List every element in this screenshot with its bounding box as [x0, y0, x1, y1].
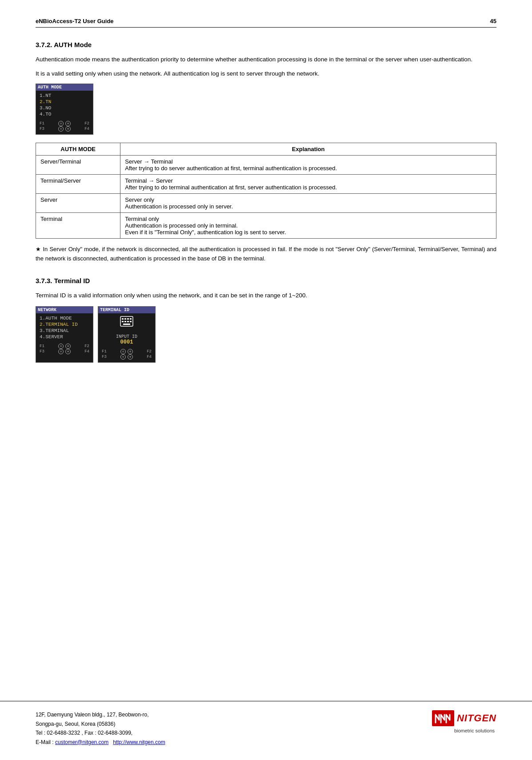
svg-rect-1: [122, 318, 124, 320]
biometric-tagline: biometric solutions: [454, 728, 495, 733]
network-device: NETWORK 1.AUTH MODE 2.TERMINAL ID 3.TERM…: [36, 306, 93, 363]
explanation-terminal: Terminal only Authentication is processe…: [120, 213, 496, 239]
nitgen-brand-name: NITGEN: [457, 712, 496, 724]
svg-rect-7: [127, 321, 129, 322]
page-footer: 12F, Daemyung Valeon bldg., 127, Beobwon…: [0, 701, 532, 760]
fn1-label: F1: [40, 121, 44, 126]
mode-server-terminal: Server/Terminal: [36, 156, 120, 175]
table-row: Server Server only Authentication is pro…: [36, 194, 496, 213]
network-fn-icons-1: ⊙ ⊕: [58, 344, 71, 349]
section-auth-mode: 3.7.2. AUTH Mode Authentication mode mea…: [36, 41, 496, 264]
network-fn2: F2: [84, 344, 89, 348]
fn-circle-enter: ⊕: [65, 126, 71, 132]
auth-mode-paragraph2: It is a valid setting only when using th…: [36, 69, 496, 79]
svg-rect-9: [123, 324, 130, 325]
network-fn-row-1: F1 ⊙ ⊕ F2: [40, 344, 89, 349]
input-id-label: INPUT ID: [102, 334, 152, 339]
tid-fn1: F1: [102, 349, 107, 354]
network-menu-auth: 1.AUTH MODE: [40, 315, 89, 321]
fn-circle-up: ⊙: [58, 121, 64, 126]
explanation-terminal-server: Terminal → Server After trying to do ter…: [120, 175, 496, 194]
address-line2: Songpa-gu, Seoul, Korea (05836): [36, 720, 165, 728]
nitgen-text: NITGEN: [457, 712, 496, 724]
svg-rect-5: [122, 321, 124, 322]
fn-enter-circle: ⊕: [65, 349, 71, 354]
tid-fn-plus: ⊕: [128, 349, 133, 354]
auth-mode-table: AUTH MODE Explanation Server/Terminal Se…: [36, 143, 496, 239]
terminal-id-title-bar: TERMINAL ID: [98, 307, 155, 313]
footer-email-link[interactable]: customer@nitgen.com: [55, 739, 108, 745]
terminal-id-device: TERMINAL ID: [98, 306, 156, 363]
nitgen-logo: NITGEN: [432, 710, 496, 726]
tid-fn4: F4: [147, 355, 152, 359]
star-note: ★ In Server Only" mode, if the network i…: [36, 245, 496, 264]
network-menu-terminal-id: 2.TERMINAL ID: [40, 321, 89, 328]
terminal-id-icon: [102, 316, 152, 332]
fn-plus-circle: ⊕: [65, 344, 71, 349]
table-header-mode: AUTH MODE: [36, 143, 120, 156]
network-device-title: NETWORK: [36, 307, 93, 313]
fn-row-1: F1 ⊙ ⊕ F2: [40, 121, 89, 126]
tid-fn-icons-2: ⊙ ⊕: [120, 354, 133, 360]
auth-mode-device: AUTH MODE 1.NT 2.TN 3.NO 4.TO F1 ⊙ ⊕ F2 …: [36, 84, 93, 135]
tid-fn-down: ⊙: [120, 354, 126, 360]
network-menu-server: 4.SERVER: [40, 334, 89, 340]
menu-item-3no: 3.NO: [40, 105, 89, 111]
device-title-bar: AUTH MODE: [36, 84, 93, 91]
menu-item-4to: 4.TO: [40, 111, 89, 117]
mode-terminal: Terminal: [36, 213, 120, 239]
network-fn1: F1: [40, 344, 44, 348]
table-row: Server/Terminal Server → Terminal After …: [36, 156, 496, 175]
footer-website-link[interactable]: http://www.nitgen.com: [113, 739, 165, 745]
fn-down-circle: ⊙: [58, 349, 64, 354]
header-title: eNBioAccess-T2 User Guide: [36, 18, 114, 24]
footer-address: 12F, Daemyung Valeon bldg., 127, Beobwon…: [36, 710, 165, 747]
svg-rect-4: [130, 318, 132, 320]
tid-fn-up: ⊙: [120, 349, 126, 354]
network-fn4: F4: [84, 349, 89, 354]
table-row: Terminal Terminal only Authentication is…: [36, 213, 496, 239]
network-fn-row-2: F3 ⊙ ⊕ F4: [40, 349, 89, 354]
email-label: E-Mail :: [36, 739, 54, 745]
fn-circle-plus: ⊕: [65, 121, 71, 126]
tid-fn-row-1: F1 ⊙ ⊕ F2: [102, 349, 152, 354]
mode-terminal-server: Terminal/Server: [36, 175, 120, 194]
svg-rect-2: [124, 318, 126, 320]
table-row: Terminal/Server Terminal → Server After …: [36, 175, 496, 194]
footer-logo-area: NITGEN biometric solutions: [432, 710, 496, 733]
tid-fn2: F2: [147, 349, 152, 354]
mode-server: Server: [36, 194, 120, 213]
table-header-explanation: Explanation: [120, 143, 496, 156]
fn3-label: F3: [40, 127, 44, 131]
menu-item-2tn: 2.TN: [40, 99, 89, 105]
svg-rect-3: [127, 318, 129, 320]
tid-fn-icons-1: ⊙ ⊕: [120, 349, 133, 354]
fn-icons-row1: ⊙ ⊕: [58, 121, 71, 126]
tid-fn-row-2: F3 ⊙ ⊕ F4: [102, 354, 152, 360]
tid-fn3: F3: [102, 355, 107, 359]
network-menu-terminal: 3.TERMINAL: [40, 328, 89, 334]
tid-fn-enter: ⊕: [128, 354, 133, 360]
footer-email-line: E-Mail : customer@nitgen.com http://www.…: [36, 738, 165, 747]
fn4-label: F4: [84, 127, 89, 131]
fn-up-circle: ⊙: [58, 344, 64, 349]
menu-item-1nt: 1.NT: [40, 92, 89, 99]
network-fn3: F3: [40, 349, 44, 354]
page-header: eNBioAccess-T2 User Guide 45: [36, 18, 496, 28]
section-title-terminal-id: 3.7.3. Terminal ID: [36, 277, 496, 284]
fn-circle-down: ⊙: [58, 126, 64, 132]
svg-rect-8: [130, 321, 132, 322]
footer-tel: Tel : 02-6488-3232 , Fax : 02-6488-3099,: [36, 728, 165, 737]
nitgen-logo-icon: [432, 710, 454, 726]
section-terminal-id: 3.7.3. Terminal ID Terminal ID is a vali…: [36, 277, 496, 363]
auth-mode-paragraph1: Authentication mode means the authentica…: [36, 55, 496, 64]
terminal-id-paragraph: Terminal ID is a valid information only …: [36, 291, 496, 300]
explanation-server: Server only Authentication is processed …: [120, 194, 496, 213]
input-id-value: 0001: [102, 339, 152, 345]
svg-rect-6: [124, 321, 126, 322]
address-line1: 12F, Daemyung Valeon bldg., 127, Beobwon…: [36, 710, 165, 719]
network-fn-icons-2: ⊙ ⊕: [58, 349, 71, 354]
fn-icons-row2: ⊙ ⊕: [58, 126, 71, 132]
network-screens: NETWORK 1.AUTH MODE 2.TERMINAL ID 3.TERM…: [36, 306, 496, 363]
fn-row-2: F3 ⊙ ⊕ F4: [40, 126, 89, 132]
